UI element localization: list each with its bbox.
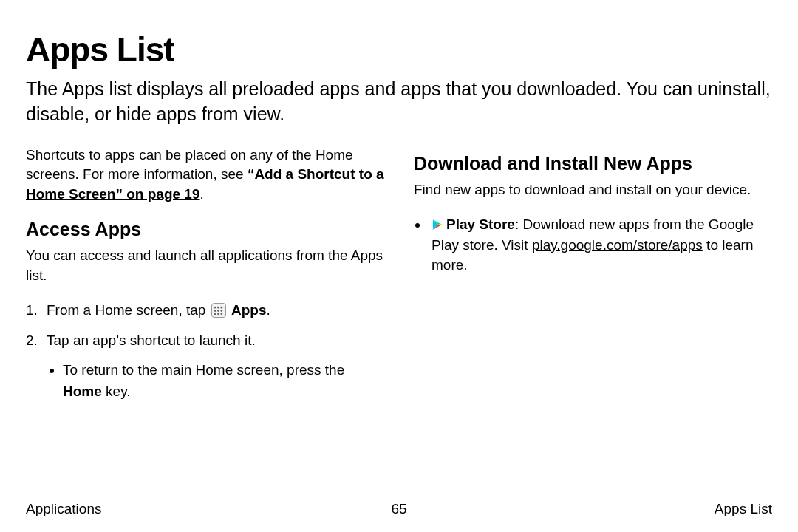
download-list: Play Store: Download new apps from the G… <box>414 214 772 276</box>
footer-right: Apps List <box>715 501 772 517</box>
play-store-item: Play Store: Download new apps from the G… <box>429 214 772 276</box>
step2-sub-suffix: key. <box>102 383 131 399</box>
access-apps-heading: Access Apps <box>26 219 384 240</box>
step-2: Tap an app’s shortcut to launch it. To r… <box>26 330 384 403</box>
play-store-link[interactable]: play.google.com/store/apps <box>532 237 703 253</box>
right-column: Download and Install New Apps Find new a… <box>414 146 772 412</box>
apps-label: Apps <box>231 302 267 318</box>
step2-sub-item: To return to the main Home screen, press… <box>63 360 384 402</box>
shortcuts-paragraph: Shortcuts to apps can be placed on any o… <box>26 146 384 205</box>
step1-suffix: . <box>266 302 270 318</box>
svg-point-0 <box>214 307 216 309</box>
step1-prefix: From a Home screen, tap <box>47 302 210 318</box>
page-footer: Applications 65 Apps List <box>26 501 772 517</box>
play-store-label: Play Store <box>446 216 515 232</box>
svg-point-3 <box>214 310 216 312</box>
svg-point-2 <box>221 307 223 309</box>
download-heading: Download and Install New Apps <box>414 153 772 174</box>
svg-point-6 <box>214 313 216 315</box>
footer-left: Applications <box>26 501 101 517</box>
left-column: Shortcuts to apps can be placed on any o… <box>26 146 384 412</box>
apps-grid-icon <box>211 303 226 318</box>
intro-paragraph: The Apps list displays all preloaded app… <box>26 77 772 127</box>
footer-page-number: 65 <box>391 501 406 517</box>
play-store-icon <box>432 219 443 231</box>
access-apps-intro: You can access and launch all applicatio… <box>26 246 384 285</box>
svg-point-8 <box>221 313 223 315</box>
home-key-label: Home <box>63 383 102 399</box>
page-title: Apps List <box>26 30 772 69</box>
shortcuts-suffix: . <box>200 186 203 202</box>
step2-text: Tap an app’s shortcut to launch it. <box>47 332 256 348</box>
svg-point-5 <box>221 310 223 312</box>
access-apps-steps: From a Home screen, tap Apps. <box>26 300 384 402</box>
svg-point-1 <box>217 307 219 309</box>
svg-point-7 <box>217 313 219 315</box>
svg-point-4 <box>217 310 219 312</box>
content-columns: Shortcuts to apps can be placed on any o… <box>26 146 772 412</box>
step2-sub-prefix: To return to the main Home screen, press… <box>63 362 344 378</box>
download-intro: Find new apps to download and install on… <box>414 180 772 200</box>
step-1: From a Home screen, tap Apps. <box>26 300 384 321</box>
step2-sublist: To return to the main Home screen, press… <box>47 360 384 402</box>
